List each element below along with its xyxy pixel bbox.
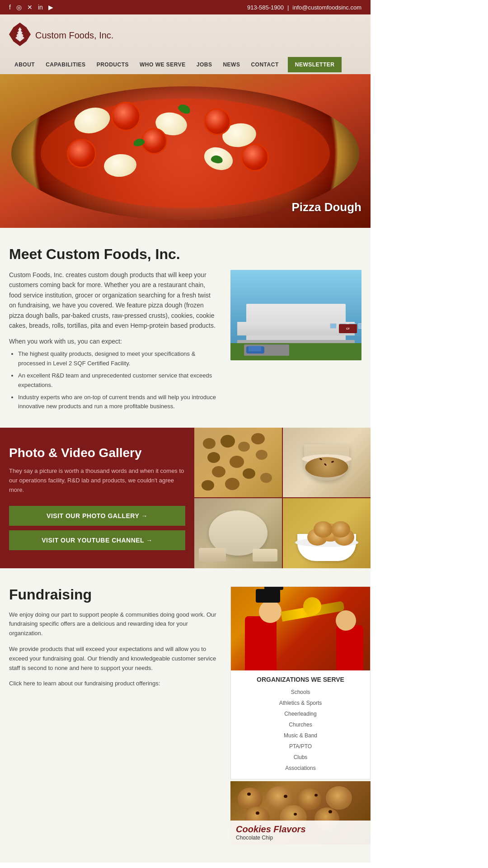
main-nav: ABOUT CAPABILITIES PRODUCTS WHO WE SERVE… — [9, 55, 361, 74]
nav-who-we-serve[interactable]: WHO WE SERVE — [134, 55, 191, 74]
nav-capabilities[interactable]: CAPABILITIES — [40, 55, 91, 74]
cookies-preview: Cookies Flavors Chocolate Chip — [230, 781, 371, 844]
nav-newsletter[interactable]: NEWSLETTER — [288, 57, 342, 72]
org-item-associations: Associations — [236, 763, 365, 774]
arrow-icon: → — [141, 512, 148, 519]
cookies-label: Cookies Flavors Chocolate Chip — [230, 821, 371, 844]
expect-title: When you work with us, you can expect: — [9, 338, 217, 345]
gallery-description: They say a picture is worth a thousand w… — [9, 467, 185, 495]
org-item-music: Music & Band — [236, 730, 365, 741]
social-links: f ◎ ✕ in ▶ — [9, 4, 53, 11]
email-address: info@customfoodsinc.com — [292, 4, 361, 11]
nav-about[interactable]: ABOUT — [9, 55, 40, 74]
gallery-image-3 — [194, 498, 282, 568]
phone-number: 913-585-1900 — [247, 4, 284, 11]
logo-name: Custom Foods — [35, 30, 94, 40]
gallery-image-2 — [283, 428, 371, 497]
meet-section: Meet Custom Foods, Inc. Custom Foods, In… — [0, 228, 371, 428]
org-title: ORGANIZATIONS WE SERVE — [236, 676, 365, 683]
header: Custom Foods, Inc. ABOUT CAPABILITIES PR… — [0, 14, 371, 74]
meet-description: Custom Foods, Inc. creates custom dough … — [9, 270, 217, 330]
logo-suffix: , Inc. — [94, 30, 113, 40]
nav-products[interactable]: PRODUCTS — [91, 55, 134, 74]
fundraising-text-area: Fundraising We enjoy doing our part to s… — [9, 586, 230, 844]
gallery-image-grid — [194, 428, 371, 568]
org-item-churches: Churches — [236, 719, 365, 730]
hero-label: Pizza Dough — [291, 200, 361, 214]
meet-description-area: Custom Foods, Inc. creates custom dough … — [9, 270, 217, 414]
fundraising-desc-1: We enjoy doing our part to support peopl… — [9, 610, 221, 638]
org-item-pta: PTA/PTO — [236, 741, 365, 752]
org-item-schools: Schools — [236, 687, 365, 698]
bullet-1: The highest quality products, designed t… — [18, 349, 217, 368]
logo-icon — [9, 23, 31, 46]
contact-info: 913-585-1900 | info@customfoodsinc.com — [247, 4, 361, 11]
fundraising-title: Fundraising — [9, 586, 221, 603]
gallery-section: Photo & Video Gallery They say a picture… — [0, 428, 371, 568]
org-item-clubs: Clubs — [236, 752, 365, 763]
fundraising-desc-2: We provide products that will exceed you… — [9, 645, 221, 673]
fundraising-section: Fundraising We enjoy doing our part to s… — [0, 568, 371, 863]
gallery-image-4 — [283, 498, 371, 568]
wheat-icon — [13, 26, 27, 42]
org-item-cheerleading: Cheerleading — [236, 708, 365, 719]
org-card-image — [231, 587, 370, 670]
facebook-icon[interactable]: f — [9, 4, 11, 11]
youtube-channel-button[interactable]: VISIT OUR YOUTUBE CHANNEL → — [9, 530, 185, 550]
hero-section: Pizza Dough — [0, 74, 371, 228]
arrow-icon-2: → — [146, 537, 153, 544]
youtube-icon[interactable]: ▶ — [48, 4, 53, 11]
gallery-text-area: Photo & Video Gallery They say a picture… — [0, 428, 194, 568]
facility-image: CF — [230, 270, 361, 360]
logo-text: Custom Foods, Inc. — [35, 28, 113, 42]
org-info: ORGANIZATIONS WE SERVE Schools Athletics… — [231, 670, 370, 779]
org-card: ORGANIZATIONS WE SERVE Schools Athletics… — [230, 586, 371, 779]
photo-gallery-button[interactable]: VISIT OUR PHOTO GALLERY → — [9, 506, 185, 526]
fundraising-desc-3: Click here to learn about our fundraisin… — [9, 679, 221, 689]
fundraising-image-area: ORGANIZATIONS WE SERVE Schools Athletics… — [230, 586, 371, 844]
instagram-icon[interactable]: ◎ — [16, 4, 22, 11]
bullet-list: The highest quality products, designed t… — [9, 349, 217, 411]
meet-title: Meet Custom Foods, Inc. — [9, 246, 361, 263]
bullet-3: Industry experts who are on-top of curre… — [18, 393, 217, 412]
twitter-icon[interactable]: ✕ — [27, 4, 33, 11]
logo[interactable]: Custom Foods, Inc. — [9, 23, 361, 46]
bullet-2: An excellent R&D team and unprecedented … — [18, 371, 217, 390]
linkedin-icon[interactable]: in — [38, 4, 43, 11]
separator: | — [287, 4, 289, 11]
top-bar: f ◎ ✕ in ▶ 913-585-1900 | info@customfoo… — [0, 0, 371, 14]
nav-contact[interactable]: CONTACT — [245, 55, 284, 74]
cookies-subtitle: Chocolate Chip — [236, 835, 365, 841]
gallery-image-1 — [194, 428, 282, 497]
cookies-title: Cookies Flavors — [236, 824, 365, 835]
nav-news[interactable]: NEWS — [217, 55, 245, 74]
nav-jobs[interactable]: JOBS — [191, 55, 218, 74]
gallery-title: Photo & Video Gallery — [9, 446, 185, 460]
org-item-athletics: Athletics & Sports — [236, 698, 365, 708]
org-list: Schools Athletics & Sports Cheerleading … — [236, 687, 365, 774]
